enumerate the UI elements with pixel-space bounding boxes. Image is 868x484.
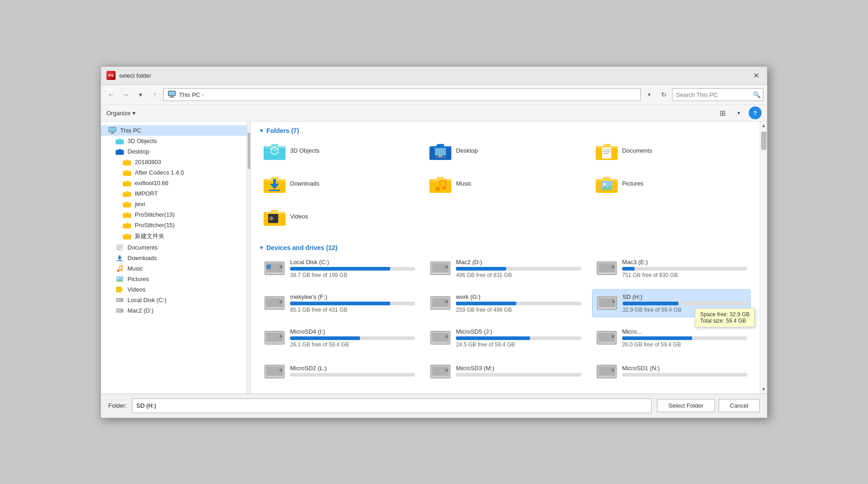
drive-item-d[interactable]: Mac2 (D:) 496 GB free of 831 GB: [426, 255, 584, 282]
folders-section-header[interactable]: ▾ Folders (7): [251, 122, 760, 138]
content-scrollbar[interactable]: ▲ ▼: [760, 122, 767, 394]
sidebar-item-prostitcher15[interactable]: ProStitcher(15): [101, 220, 247, 230]
drive-c-icon: [264, 259, 286, 277]
drive-info-j: MicroSD5 (J:) 24.5 GB free of 59.4 GB: [456, 328, 581, 348]
folder-icon: [123, 233, 131, 239]
drive-bar-m: [456, 373, 581, 377]
drives-grid-container: Local Disk (C:) 38.7 GB free of 199 GB: [251, 255, 760, 394]
sidebar-item-exiftool[interactable]: exiftool10.66: [101, 178, 247, 188]
search-box[interactable]: 🔍: [672, 88, 763, 101]
drive-item-f[interactable]: mekylee's (F:) 85.1 GB free of 431 GB: [260, 289, 418, 317]
sidebar-item-videos[interactable]: Videos: [101, 284, 247, 295]
drive-item-g[interactable]: work (G:) 259 GB free of 499 GB: [426, 289, 584, 317]
drive-item-l[interactable]: MicroSD2 (L:): [260, 359, 418, 384]
svg-point-128: [612, 369, 614, 371]
close-button[interactable]: ✕: [751, 70, 762, 81]
drive-name-d: Mac2 (D:): [456, 259, 581, 266]
sidebar-scrollbar[interactable]: [247, 122, 251, 394]
drive-free-i: 26.1 GB free of 59.4 GB: [290, 341, 415, 348]
drive-bar-f: [290, 302, 415, 305]
sidebar-item-import[interactable]: IMPORT: [101, 188, 247, 199]
svg-point-34: [121, 299, 123, 301]
address-sep: ›: [202, 91, 204, 98]
folder-item-downloads[interactable]: Downloads: [260, 171, 418, 197]
sidebar-item-3d-objects[interactable]: 3D Objects: [101, 136, 247, 146]
toolbar2-right: ⊞ ▾ ?: [716, 106, 762, 119]
sidebar: This PC 3D Objects Desktop: [101, 122, 247, 394]
drive-fill-f: [290, 302, 390, 305]
sidebar-item-local-disk-c[interactable]: Local Disk (C:): [101, 295, 247, 305]
sidebar-item-downloads[interactable]: Downloads: [101, 253, 247, 263]
drive-name-h: SD (H:): [623, 293, 746, 300]
sidebar-item-documents[interactable]: Documents: [101, 242, 247, 253]
drive-item-j[interactable]: MicroSD5 (J:) 24.5 GB free of 59.4 GB: [426, 324, 584, 351]
drive-item-m[interactable]: MicroSD3 (M:): [426, 359, 584, 384]
drive-item-c[interactable]: Local Disk (C:) 38.7 GB free of 199 GB: [260, 255, 418, 282]
sidebar-item-this-pc[interactable]: This PC: [101, 125, 247, 136]
refresh-button[interactable]: ↻: [657, 88, 670, 101]
dropdown-button[interactable]: ▾: [643, 88, 656, 101]
music-icon: [116, 265, 124, 272]
sidebar-item-xinjianzhanjianjia[interactable]: 新建文件夹: [101, 230, 247, 242]
drive-info-k: Micro... 26.0 GB free of 59.4 GB: [622, 328, 747, 348]
sidebar-item-pictures[interactable]: Pictures: [101, 274, 247, 284]
sidebar-label-this-pc: This PC: [120, 127, 141, 134]
folder-label: Folder:: [108, 402, 127, 409]
folder-name-videos: Videos: [290, 213, 308, 220]
recent-button[interactable]: ▾: [134, 88, 147, 101]
sidebar-item-20180903[interactable]: 20180903: [101, 157, 247, 167]
drive-bar-g: [456, 302, 581, 305]
folder-3d-icon: [264, 142, 286, 160]
address-bar[interactable]: This PC ›: [163, 88, 641, 101]
svg-rect-1: [169, 91, 175, 96]
sidebar-item-desktop[interactable]: Desktop: [101, 146, 247, 157]
svg-rect-44: [435, 148, 446, 155]
select-folder-button[interactable]: Select Folder: [657, 399, 715, 412]
drive-item-h[interactable]: SD (H:) 32.9 GB free of 59.4 GB Space fr…: [592, 289, 751, 317]
folder-item-videos[interactable]: Videos: [260, 204, 418, 229]
help-button[interactable]: ?: [749, 106, 762, 119]
sidebar-item-after-codecs[interactable]: After Codecs 1.4.0: [101, 167, 247, 178]
sidebar-item-jiexi[interactable]: jiexi: [101, 199, 247, 209]
sidebar-item-mac2-d[interactable]: Mac2 (D:): [101, 305, 247, 316]
drive-l-icon: [264, 362, 286, 381]
sidebar-item-music[interactable]: Music: [101, 263, 247, 274]
search-input[interactable]: [676, 91, 753, 98]
footer: Folder: Select Folder Cancel: [101, 394, 767, 418]
folder-name-pictures: Pictures: [622, 180, 644, 187]
organize-button[interactable]: Organize ▾: [106, 110, 136, 117]
folder-item-pictures[interactable]: Pictures: [592, 171, 751, 197]
drive-fill-c: [290, 267, 390, 271]
drive-info-d: Mac2 (D:) 496 GB free of 831 GB: [456, 259, 581, 278]
devices-section-header[interactable]: ▾ Devices and drives (12): [251, 239, 760, 255]
folder-input[interactable]: [132, 399, 651, 413]
drive-item-k[interactable]: Micro... 26.0 GB free of 59.4 GB: [592, 324, 751, 351]
forward-button[interactable]: →: [119, 88, 132, 101]
sidebar-item-prostitcher13[interactable]: ProStitcher(13): [101, 209, 247, 220]
folder-item-3d[interactable]: 3D Objects: [260, 138, 418, 164]
folder-item-music[interactable]: Music: [426, 171, 584, 197]
drive-name-n: MicroSD1 (N:): [622, 365, 747, 372]
back-button[interactable]: ←: [105, 88, 117, 101]
cancel-button[interactable]: Cancel: [719, 399, 760, 412]
drive-item-e[interactable]: Mac3 (E:) 751 GB free of 830 GB: [592, 255, 751, 282]
drive-bar-n: [622, 373, 747, 377]
view-chevron-button[interactable]: ▾: [732, 106, 745, 119]
drive-item-n[interactable]: MicroSD1 (N:): [592, 359, 751, 384]
main-area: This PC 3D Objects Desktop: [101, 122, 767, 394]
view-button[interactable]: ⊞: [716, 106, 729, 119]
drive-item-i[interactable]: MicroSD4 (I:) 26.1 GB free of 59.4 GB: [260, 324, 418, 351]
folder-videos-icon: [264, 207, 286, 226]
folder-item-desktop[interactable]: Desktop: [426, 138, 584, 164]
svg-rect-24: [116, 260, 122, 261]
folder-item-documents[interactable]: Documents: [592, 138, 751, 164]
folder-music-icon: [429, 175, 451, 193]
up-button[interactable]: ↑: [148, 88, 161, 101]
folder-desktop-icon: [429, 142, 451, 160]
drive-free-j: 24.5 GB free of 59.4 GB: [456, 341, 581, 348]
svg-rect-30: [116, 287, 122, 293]
address-breadcrumb: This PC ›: [179, 91, 204, 98]
drive-fill-g: [456, 302, 516, 305]
svg-point-28: [117, 277, 119, 279]
drive-bar-c: [290, 267, 415, 271]
